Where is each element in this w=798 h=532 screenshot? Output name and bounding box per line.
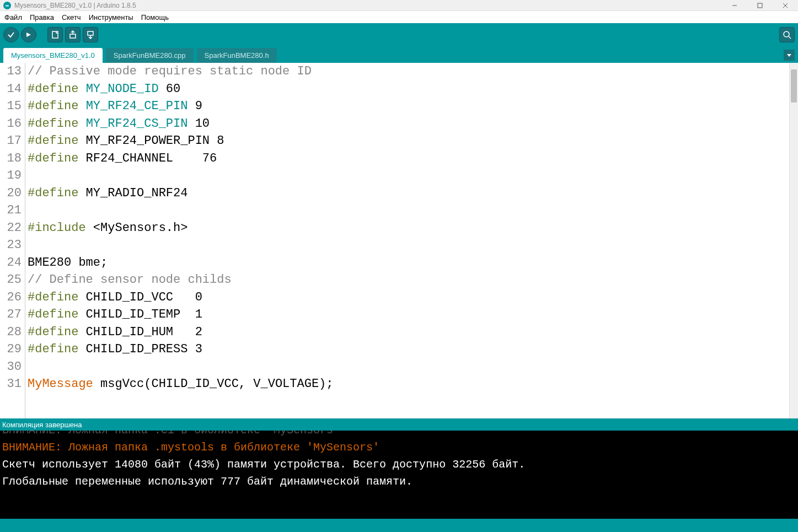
verify-button[interactable]: [3, 27, 19, 42]
code-editor[interactable]: 13141516171819202122232425262728293031 /…: [0, 63, 789, 418]
close-button[interactable]: [773, 0, 798, 11]
app-icon: ∞: [3, 2, 11, 9]
serial-monitor-button[interactable]: [779, 27, 795, 42]
tab-menu-button[interactable]: [784, 50, 795, 61]
menubar: Файл Правка Скетч Инструменты Помощь: [0, 11, 798, 23]
upload-button[interactable]: [21, 27, 36, 42]
maximize-button[interactable]: [747, 0, 773, 11]
titlebar: ∞ Mysensors_BME280_v1.0 | Arduino 1.8.5: [0, 0, 798, 11]
menu-edit[interactable]: Правка: [26, 12, 57, 23]
tab-0[interactable]: Mysensors_BME280_v1.0: [3, 48, 103, 63]
tab-2[interactable]: SparkFunBME280.h: [197, 48, 277, 63]
window-controls: [722, 0, 798, 11]
open-button[interactable]: [65, 27, 81, 42]
status-bar: Компиляция завершена: [0, 418, 798, 431]
scroll-thumb[interactable]: [791, 69, 797, 103]
menu-sketch[interactable]: Скетч: [58, 12, 84, 23]
svg-marker-12: [787, 54, 791, 57]
code-content[interactable]: // Passive mode requires static node ID#…: [25, 63, 789, 418]
tab-1[interactable]: SparkFunBME280.cpp: [106, 48, 194, 63]
menu-help[interactable]: Помощь: [138, 12, 172, 23]
tabs: Mysensors_BME280_v1.0SparkFunBME280.cppS…: [3, 48, 277, 63]
svg-rect-8: [88, 31, 93, 35]
svg-rect-6: [70, 34, 76, 38]
menu-file[interactable]: Файл: [1, 12, 25, 23]
svg-line-11: [789, 36, 791, 39]
minimize-button[interactable]: [722, 0, 747, 11]
line-gutter: 13141516171819202122232425262728293031: [0, 63, 25, 418]
window-title: Mysensors_BME280_v1.0 | Arduino 1.8.5: [14, 2, 136, 9]
editor-scrollbar[interactable]: [789, 63, 798, 418]
editor-area: 13141516171819202122232425262728293031 /…: [0, 63, 798, 418]
menu-tools[interactable]: Инструменты: [85, 12, 137, 23]
svg-marker-4: [26, 33, 31, 37]
footer-bar: [0, 519, 798, 532]
toolbar: [0, 23, 798, 46]
svg-point-10: [784, 31, 789, 37]
svg-rect-1: [758, 3, 762, 8]
svg-rect-5: [52, 31, 58, 38]
tabbar: Mysensors_BME280_v1.0SparkFunBME280.cppS…: [0, 46, 798, 63]
status-text: Компиляция завершена: [2, 421, 82, 429]
console-output[interactable]: ВНИМАНИЕ: Ложная папка .ci в библиотеке …: [0, 431, 798, 519]
save-button[interactable]: [83, 27, 98, 42]
new-button[interactable]: [47, 27, 63, 42]
